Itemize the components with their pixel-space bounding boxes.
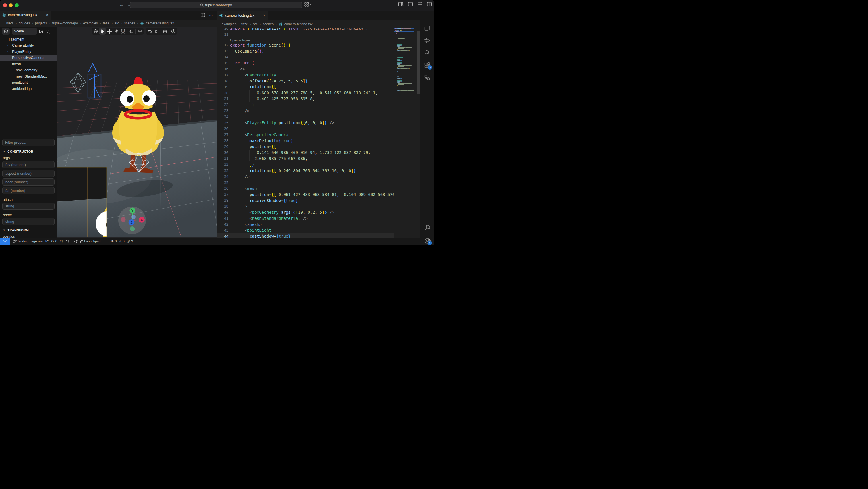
minimap[interactable] [394, 28, 417, 238]
attach-field[interactable]: string [2, 203, 55, 210]
near-field[interactable]: near (number) [2, 178, 55, 185]
scene-select[interactable]: Scene ⌄ [12, 28, 37, 35]
code-line-42[interactable]: 42 </mesh> [217, 221, 394, 227]
moon-icon[interactable]: ✦✦ [128, 28, 135, 35]
split-editor-icon[interactable] [200, 13, 205, 17]
code-line-16[interactable]: 16 <> [217, 66, 394, 72]
help-icon[interactable]: ? [170, 28, 177, 35]
code-line-40[interactable]: 40 <boxGeometry args={[10, 0.2, 5]} /> [217, 209, 394, 215]
code-line-24[interactable]: 24 [217, 114, 394, 120]
launchpad-item[interactable]: Launchpad [73, 238, 102, 244]
tree-item-boxgeometry[interactable]: boxGeometry [0, 67, 57, 74]
layout-customize-icon[interactable] [398, 2, 403, 6]
chevron-right-icon[interactable]: › [7, 50, 8, 53]
code-line-30[interactable]: 30 -0.141_646_936_469_016_94, 1.732_122_… [217, 150, 394, 156]
code-line-37[interactable]: 37 position={[-0.061_427_483_068_584_81,… [217, 191, 394, 197]
code-line-39[interactable]: 39 > [217, 203, 394, 209]
search-icon[interactable] [45, 29, 50, 34]
tree-item-playerentity[interactable]: ›PlayerEntity [0, 49, 57, 55]
code-line-29[interactable]: 29 position={[ [217, 144, 394, 150]
split-rows-icon[interactable] [417, 2, 422, 6]
code-line-32[interactable]: 32 ]} [217, 162, 394, 168]
play-icon[interactable] [153, 28, 160, 35]
transform-section-header[interactable]: ▼ TRANSFORM [3, 228, 29, 232]
code-line-23[interactable]: 23 /> [217, 108, 394, 114]
tree-item-mesh[interactable]: mesh [0, 61, 57, 67]
breadcrumb-item[interactable]: scenes [124, 21, 135, 25]
code-line-33[interactable]: 33 rotation={[-0.249_804_765_644_363_16,… [217, 168, 394, 174]
globe-icon[interactable] [92, 28, 99, 35]
tree-item-fragment[interactable]: Fragment [0, 36, 57, 42]
breadcrumb-item[interactable]: examples [222, 22, 236, 26]
debug-activity-button[interactable] [420, 35, 434, 46]
code-line-27[interactable]: 27 <PerspectiveCamera [217, 132, 394, 138]
breadcrumb-item[interactable]: scenes [262, 22, 274, 26]
code-line-44[interactable]: 44 castShadow={true} [217, 233, 394, 238]
constructor-section-header[interactable]: ▼ CONSTRUCTOR [3, 150, 33, 153]
breadcrumb-item[interactable]: src [253, 22, 257, 26]
code-line-10[interactable]: 10import { PlayerEntity } from "../entit… [217, 28, 394, 31]
files-activity-button[interactable] [420, 23, 434, 33]
code-line-26[interactable]: 26 [217, 126, 394, 132]
split-right-icon[interactable] [427, 2, 432, 6]
grid-icon[interactable] [136, 28, 143, 35]
close-window-button[interactable] [3, 3, 7, 7]
tree-item-perspectivecamera[interactable]: PerspectiveCamera [0, 55, 57, 61]
references-activity-button[interactable] [420, 72, 434, 83]
code-line-12[interactable]: 12export function Scene() { [217, 42, 394, 48]
tab-close-icon[interactable]: × [263, 13, 265, 18]
breadcrumb-item[interactable]: douges [19, 21, 30, 25]
breadcrumb-item[interactable]: ... [317, 22, 320, 26]
editor-scrollbar[interactable] [417, 28, 420, 238]
back-arrow-icon[interactable]: ← [119, 2, 124, 7]
breadcrumb-item[interactable]: camera-testing.tsx [284, 22, 313, 26]
move-tool[interactable] [106, 28, 113, 35]
cursor-tool[interactable] [99, 28, 106, 35]
code-line-38[interactable]: 38 receiveShadow={true} [217, 197, 394, 203]
breadcrumb-item[interactable]: faze [103, 21, 110, 25]
minimize-window-button[interactable] [9, 3, 13, 7]
tree-item-cameraentity[interactable]: ›CameraEntity [0, 42, 57, 49]
remote-indicator[interactable]: >< [0, 238, 10, 244]
code-line-19[interactable]: 19 rotation={[ [217, 84, 394, 90]
code-line-20[interactable]: 20 -0.680_678_408_277_788_5, -0.541_052_… [217, 90, 394, 96]
code-line-43[interactable]: 43 <pointLight [217, 227, 394, 233]
code-line-17[interactable]: 17 <CameraEntity [217, 72, 394, 78]
breadcrumb-item[interactable]: src [115, 21, 119, 25]
layers-button[interactable] [2, 28, 10, 35]
breadcrumb-item[interactable]: Users [5, 21, 13, 25]
code-line-11[interactable]: 11 [217, 31, 394, 37]
code-line-14[interactable]: 14 [217, 54, 394, 60]
edit-icon[interactable] [39, 29, 43, 34]
code-line-28[interactable]: 28 makeDefault={true} [217, 138, 394, 144]
code-line-15[interactable]: 15 return ( [217, 60, 394, 66]
breadcrumb-item[interactable]: projects [35, 21, 47, 25]
tree-item-ambientlight[interactable]: ambientLight [0, 86, 57, 92]
profile-switcher[interactable]: ▾ [304, 2, 311, 7]
code-line-22[interactable]: 22 ]} [217, 102, 394, 108]
fov-field[interactable]: fov (number) [2, 161, 55, 168]
filter-props-input[interactable]: Filter props... [2, 139, 55, 146]
breadcrumb-item[interactable]: camera-testing.tsx [146, 21, 174, 25]
code-line-18[interactable]: 18 offset={[-4.25, 5, 5.5]} [217, 78, 394, 84]
code-line-25[interactable]: 25 <PlayerEntity position={[0, 0, 0]} /> [217, 120, 394, 126]
extensions-activity-button[interactable] [420, 60, 434, 70]
tab-camera-testing-left[interactable]: camera-testing.tsx × [0, 11, 51, 20]
tree-item-meshstandardma[interactable]: meshStandardMa... [0, 73, 57, 80]
git-branch-item[interactable]: landing-page-march* [12, 238, 50, 244]
transform-box-tool[interactable]: 8 [120, 28, 127, 35]
code-line-21[interactable]: 21 -0.401_425_727_958_695_8, [217, 96, 394, 102]
account-activity-button[interactable] [420, 222, 434, 233]
gear-icon[interactable] [162, 28, 168, 35]
code-line-34[interactable]: 34 /> [217, 174, 394, 179]
codelens-open-in-triplex[interactable]: Open in Triplex [217, 37, 394, 42]
scale-tool[interactable] [113, 28, 120, 35]
far-field[interactable]: far (number) [2, 187, 55, 194]
breadcrumb-item[interactable]: triplex-monorepo [52, 21, 78, 25]
split-left-icon[interactable] [408, 2, 413, 6]
chevron-right-icon[interactable]: › [7, 44, 8, 47]
code-line-31[interactable]: 31 2.068_985_775_667_036, [217, 156, 394, 162]
tab-camera-testing-right[interactable]: camera-testing.tsx × [217, 11, 268, 20]
code-line-41[interactable]: 41 <meshStandardMaterial /> [217, 215, 394, 222]
breadcrumb-item[interactable]: examples [83, 21, 98, 25]
